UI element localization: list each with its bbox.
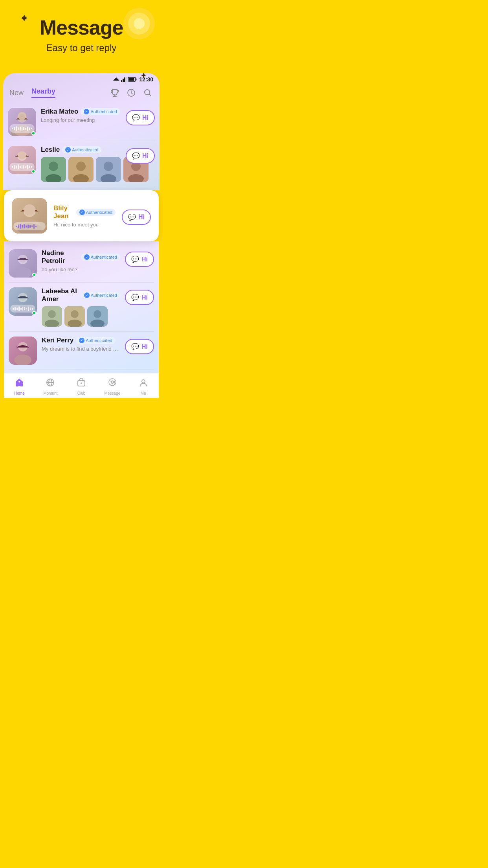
svg-point-50 xyxy=(48,310,56,318)
hi-label-leslie: Hi xyxy=(142,153,149,160)
verified-badge-nadine: ✓ Authenticated xyxy=(81,254,120,261)
user-name-labeeba: Labeeba Al Amer xyxy=(42,287,79,303)
nav-item-message[interactable]: Message xyxy=(97,377,128,395)
hi-button-labeeba[interactable]: 💬 Hi xyxy=(125,290,154,305)
user-card-nadine[interactable]: Nadine Petrolir ✓ Authenticated do you l… xyxy=(9,245,154,283)
user-bio-nadine: do you like me? xyxy=(42,267,120,272)
svg-rect-9 xyxy=(136,79,137,81)
user-card-keri[interactable]: Keri Perry ✓ Authenticated My dream is t… xyxy=(9,332,154,370)
search-icon[interactable] xyxy=(142,87,153,98)
user-name-leslie: Leslie xyxy=(41,146,60,154)
user-info-nadine: Nadine Petrolir ✓ Authenticated do you l… xyxy=(42,249,120,272)
avatar-wrap-leslie xyxy=(8,146,36,174)
nav-item-moment[interactable]: Moment xyxy=(35,377,66,395)
check-icon-blily: ✓ xyxy=(79,210,85,215)
svg-rect-6 xyxy=(124,77,125,82)
avatar-wrap-erika xyxy=(8,108,36,136)
featured-user-card-blily[interactable]: Blily Jean ✓ Authenticated Hi, nice to m… xyxy=(4,190,159,241)
svg-rect-5 xyxy=(123,79,124,82)
svg-rect-7 xyxy=(126,77,127,82)
trophy-icon[interactable] xyxy=(109,87,120,98)
user-bio-blily: Hi, nice to meet you xyxy=(53,222,116,228)
battery-icon xyxy=(128,77,137,82)
location-pin-icon xyxy=(121,6,157,47)
tab-nearby[interactable]: Nearby xyxy=(31,87,55,98)
online-indicator-nadine xyxy=(32,273,36,277)
svg-point-38 xyxy=(24,204,35,215)
svg-rect-10 xyxy=(129,78,134,81)
svg-point-22 xyxy=(18,151,26,159)
hi-button-keri[interactable]: 💬 Hi xyxy=(125,339,154,354)
svg-point-18 xyxy=(19,114,25,120)
avatar-wrap-labeeba xyxy=(9,287,37,316)
online-indicator-erika xyxy=(31,131,35,135)
clock-icon[interactable] xyxy=(126,87,137,98)
user-name-erika: Erika Mateo xyxy=(41,108,78,116)
photo-thumb-labeeba-2 xyxy=(64,306,85,327)
club-icon xyxy=(76,377,86,390)
user-card-erika[interactable]: Erika Mateo ✓ Authenticated Longing for … xyxy=(8,103,155,141)
verified-badge-keri: ✓ Authenticated xyxy=(76,337,115,344)
bottom-navigation: Home Moment Club xyxy=(4,373,159,398)
nav-item-home[interactable]: Home xyxy=(4,377,35,395)
photo-thumb-leslie-3 xyxy=(96,157,121,182)
signal-icon xyxy=(121,77,127,82)
status-bar: 12:30 xyxy=(3,73,160,84)
hi-button-blily[interactable]: 💬 Hi xyxy=(122,210,151,225)
svg-marker-3 xyxy=(113,77,119,81)
avatar-wrap-keri xyxy=(9,337,37,365)
tab-new[interactable]: New xyxy=(9,89,24,97)
nav-item-me[interactable]: Me xyxy=(128,377,159,395)
svg-point-71 xyxy=(114,384,115,385)
nav-label-message: Message xyxy=(105,391,121,395)
hi-button-nadine[interactable]: 💬 Hi xyxy=(125,252,154,267)
user-info-erika: Erika Mateo ✓ Authenticated Longing for … xyxy=(41,108,121,123)
verified-label-leslie: Authenticated xyxy=(72,147,98,152)
hi-label-blily: Hi xyxy=(138,213,145,221)
verified-label-erika: Authenticated xyxy=(90,109,117,114)
hi-label-labeeba: Hi xyxy=(141,294,148,301)
hi-button-erika[interactable]: 💬 Hi xyxy=(126,110,155,125)
user-name-row-nadine: Nadine Petrolir ✓ Authenticated xyxy=(42,249,120,265)
hi-label-erika: Hi xyxy=(142,114,149,121)
verified-badge-erika: ✓ Authenticated xyxy=(81,108,120,115)
svg-point-67 xyxy=(81,383,82,384)
user-name-row-keri: Keri Perry ✓ Authenticated xyxy=(42,337,120,344)
check-icon-keri: ✓ xyxy=(79,338,84,343)
user-card-labeeba[interactable]: Labeeba Al Amer ✓ Authenticated xyxy=(9,283,154,332)
photo-thumb-leslie-1 xyxy=(41,157,66,182)
bubble-icon-erika: 💬 xyxy=(132,114,140,121)
verified-label-keri: Authenticated xyxy=(86,338,112,343)
photo-thumb-labeeba-1 xyxy=(42,306,62,327)
svg-point-72 xyxy=(142,380,145,383)
status-icons xyxy=(113,77,137,82)
verified-label-blily: Authenticated xyxy=(86,210,112,215)
check-icon-labeeba: ✓ xyxy=(84,292,90,298)
svg-point-62 xyxy=(18,381,20,383)
nav-label-moment: Moment xyxy=(43,391,57,395)
phone-lower-section: Nadine Petrolir ✓ Authenticated do you l… xyxy=(4,241,159,373)
user-bio-keri: My dream is to find a boyfriend who l... xyxy=(42,346,120,352)
verified-label-nadine: Authenticated xyxy=(91,255,117,259)
nav-item-club[interactable]: Club xyxy=(66,377,97,395)
user-name-row-leslie: Leslie ✓ Authenticated xyxy=(41,146,121,154)
verified-badge-leslie: ✓ Authenticated xyxy=(62,146,101,153)
avatar-wrap-nadine xyxy=(9,249,37,278)
user-name-row-erika: Erika Mateo ✓ Authenticated xyxy=(41,108,121,116)
verified-badge-labeeba: ✓ Authenticated xyxy=(81,292,120,299)
svg-point-2 xyxy=(134,18,145,29)
user-name-blily: Blily Jean xyxy=(53,204,74,220)
photo-grid-labeeba xyxy=(42,306,120,327)
user-bio-erika: Longing for our meeting xyxy=(41,117,121,123)
user-list: Erika Mateo ✓ Authenticated Longing for … xyxy=(3,100,160,190)
nav-label-club: Club xyxy=(77,391,86,395)
svg-point-68 xyxy=(111,381,114,383)
hi-button-leslie[interactable]: 💬 Hi xyxy=(126,148,155,164)
audio-wave-blily xyxy=(13,222,46,230)
bubble-icon-keri: 💬 xyxy=(131,343,139,350)
bubble-icon-labeeba: 💬 xyxy=(131,294,139,301)
photo-thumb-leslie-2 xyxy=(68,157,94,182)
audio-wave-erika xyxy=(9,124,35,133)
user-name-keri: Keri Perry xyxy=(42,337,73,344)
user-card-leslie[interactable]: Leslie ✓ Authenticated xyxy=(8,141,155,187)
